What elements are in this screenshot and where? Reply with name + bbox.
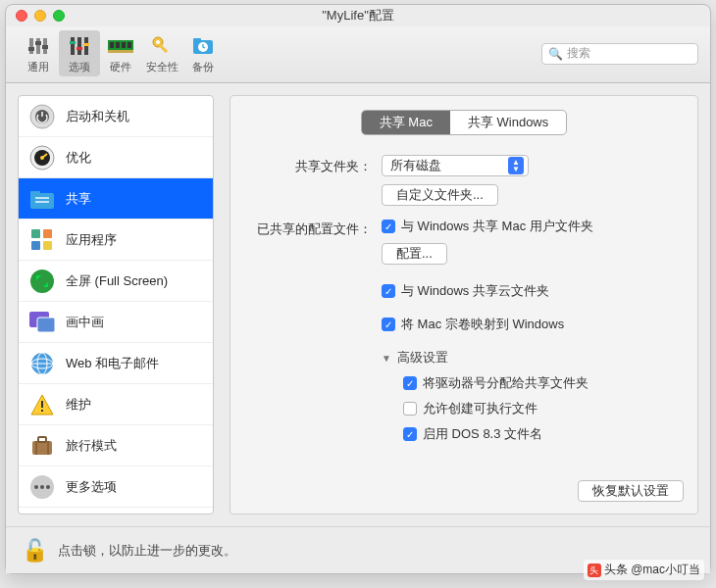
sliders-icon: [23, 32, 54, 60]
sidebar-item-web[interactable]: Web 和电子邮件: [19, 343, 213, 384]
window-controls: [16, 10, 65, 22]
svg-rect-20: [159, 44, 168, 53]
svg-point-37: [30, 270, 54, 293]
share-folder-select[interactable]: 所有磁盘 ▲▼: [382, 155, 529, 176]
svg-rect-48: [35, 441, 37, 455]
tab-share-mac[interactable]: 共享 Mac: [362, 111, 450, 134]
svg-point-28: [40, 156, 44, 160]
svg-rect-6: [71, 37, 75, 55]
minimize-icon[interactable]: [34, 10, 46, 22]
options-icon: [64, 32, 95, 60]
body: 启动和关机 优化 共享 应用程序 全屏 (Full Screen) 画中画: [6, 83, 710, 526]
svg-rect-22: [193, 38, 201, 42]
sidebar-item-pip[interactable]: 画中画: [19, 302, 213, 343]
advanced-disclosure[interactable]: ▼ 高级设置: [382, 349, 684, 367]
svg-rect-31: [35, 197, 49, 199]
triangle-down-icon: ▼: [382, 353, 391, 364]
checkbox-icon: ✓: [382, 284, 395, 298]
sidebar-item-maintenance[interactable]: 维护: [19, 384, 213, 425]
tabs: 共享 Mac 共享 Windows: [244, 110, 684, 135]
sidebar-item-label: 优化: [66, 149, 91, 167]
svg-rect-5: [42, 45, 48, 49]
globe-icon: [28, 350, 56, 377]
toolbar-label: 选项: [69, 60, 90, 74]
gauge-icon: [28, 144, 56, 172]
sidebar-item-label: 更多选项: [66, 478, 117, 496]
preferences-window: "MyLife"配置 通用 选项 硬件 安全性 备份: [5, 4, 711, 574]
check-label: 启用 DOS 8.3 文件名: [423, 425, 542, 443]
row-share-folder: 共享文件夹： 所有磁盘 ▲▼ 自定义文件夹...: [244, 155, 684, 206]
restore-defaults-button[interactable]: 恢复默认设置: [578, 480, 684, 502]
svg-rect-9: [70, 41, 76, 44]
toolbar-label: 通用: [27, 60, 49, 74]
close-icon[interactable]: [16, 10, 27, 22]
sidebar-item-startup[interactable]: 启动和关机: [19, 96, 213, 137]
svg-rect-1: [36, 38, 40, 54]
toolbar: 通用 选项 硬件 安全性 备份 🔍 搜索: [6, 26, 710, 83]
checkbox-icon: ✓: [403, 376, 417, 390]
check-win-mac-user[interactable]: ✓ 与 Windows 共享 Mac 用户文件夹: [382, 218, 684, 235]
clock-folder-icon: [187, 32, 219, 60]
svg-point-51: [34, 485, 38, 489]
toolbar-hardware[interactable]: 硬件: [100, 30, 141, 76]
toolbar-general[interactable]: 通用: [18, 30, 59, 76]
svg-rect-15: [122, 42, 126, 48]
search-input[interactable]: 🔍 搜索: [541, 43, 698, 65]
fullscreen-icon: [28, 268, 56, 295]
segmented-control: 共享 Mac 共享 Windows: [361, 110, 568, 135]
zoom-icon[interactable]: [53, 10, 65, 22]
svg-rect-17: [108, 50, 133, 53]
toolbar-options[interactable]: 选项: [59, 30, 100, 76]
row-shared-profile: 已共享的配置文件： ✓ 与 Windows 共享 Mac 用户文件夹 配置...…: [244, 218, 684, 451]
chevron-updown-icon: ▲▼: [508, 157, 524, 174]
search-icon: 🔍: [548, 47, 563, 61]
configure-button[interactable]: 配置...: [382, 243, 447, 265]
sidebar-item-label: 共享: [66, 190, 91, 208]
ram-icon: [105, 32, 136, 60]
sidebar-item-label: 启动和关机: [66, 108, 129, 125]
key-icon: [146, 32, 178, 60]
sidebar-item-travel[interactable]: 旅行模式: [19, 425, 213, 466]
check-allow-exec[interactable]: 允许创建可执行文件: [403, 400, 684, 417]
svg-rect-33: [31, 229, 40, 238]
toolbar-label: 硬件: [110, 60, 131, 74]
custom-folder-button[interactable]: 自定义文件夹...: [382, 184, 498, 206]
check-drive-letters[interactable]: ✓ 将驱动器号分配给共享文件夹: [403, 374, 684, 392]
svg-rect-14: [116, 42, 120, 48]
sidebar-item-fullscreen[interactable]: 全屏 (Full Screen): [19, 261, 213, 302]
sidebar-item-optimize[interactable]: 优化: [19, 137, 213, 178]
titlebar: "MyLife"配置: [6, 5, 710, 26]
sidebar-item-label: 画中画: [66, 314, 104, 331]
sidebar-item-apps[interactable]: 应用程序: [19, 220, 213, 261]
toolbar-security[interactable]: 安全性: [141, 30, 182, 76]
sidebar-item-label: 全屏 (Full Screen): [66, 272, 168, 290]
svg-point-52: [40, 485, 44, 489]
tab-share-windows[interactable]: 共享 Windows: [450, 111, 566, 134]
svg-rect-49: [47, 441, 49, 455]
check-map-volumes[interactable]: ✓ 将 Mac 宗卷映射到 Windows: [382, 316, 684, 333]
apps-icon: [28, 226, 56, 254]
toolbar-items: 通用 选项 硬件 安全性 备份: [18, 30, 224, 76]
check-win-cloud[interactable]: ✓ 与 Windows 共享云文件夹: [382, 282, 684, 300]
svg-rect-11: [83, 43, 89, 46]
toolbar-label: 备份: [192, 60, 214, 74]
power-icon: [28, 103, 56, 130]
sidebar-item-sharing[interactable]: 共享: [19, 178, 213, 220]
warning-icon: [28, 391, 56, 418]
footer: 🔓 点击锁，以防止进一步的更改。: [6, 526, 710, 573]
svg-rect-10: [77, 47, 82, 50]
suitcase-icon: [28, 432, 56, 460]
svg-rect-32: [35, 201, 49, 203]
svg-rect-36: [43, 241, 52, 250]
lock-icon[interactable]: 🔓: [22, 538, 48, 564]
svg-rect-4: [35, 41, 41, 45]
svg-rect-3: [28, 47, 34, 51]
checkbox-icon: [403, 402, 417, 416]
check-dos83[interactable]: ✓ 启用 DOS 8.3 文件名: [403, 425, 684, 443]
pip-icon: [28, 309, 56, 336]
check-label: 与 Windows 共享 Mac 用户文件夹: [401, 218, 593, 235]
toolbar-backup[interactable]: 备份: [182, 30, 224, 76]
sidebar-item-more[interactable]: 更多选项: [19, 466, 213, 508]
svg-rect-44: [41, 401, 43, 408]
content-panel: 共享 Mac 共享 Windows 共享文件夹： 所有磁盘 ▲▼ 自定义文件夹.…: [230, 95, 698, 514]
